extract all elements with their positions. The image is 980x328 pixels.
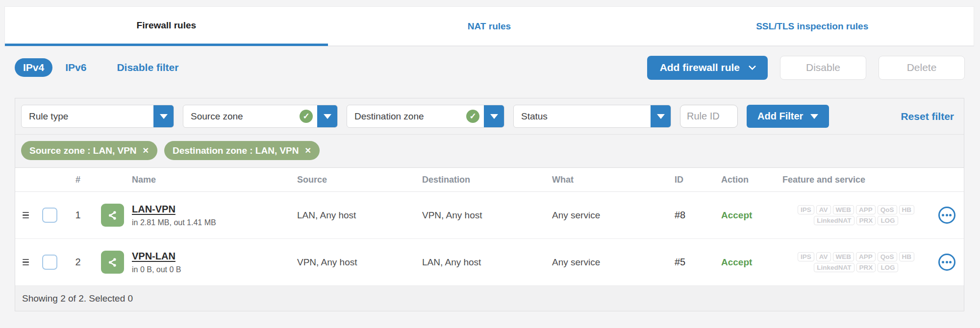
badge-ips: IPS	[798, 205, 814, 214]
badge-web: WEB	[833, 205, 854, 214]
header-action: Action	[721, 175, 782, 185]
feature-badges: IPS AV WEB APP QoS HB LinkedNAT PRX LOG	[782, 205, 930, 225]
close-icon[interactable]: ✕	[143, 146, 149, 155]
rule-id: #5	[675, 257, 721, 268]
disable-button[interactable]: Disable	[780, 56, 866, 80]
rule-what: Any service	[552, 257, 675, 268]
destination-zone-dropdown-label: Destination zone	[347, 111, 466, 122]
share-icon[interactable]	[101, 251, 124, 274]
add-firewall-rule-label: Add firewall rule	[660, 62, 740, 73]
ipv6-toggle[interactable]: IPv6	[65, 62, 86, 73]
triangle-down-icon	[810, 114, 818, 119]
rule-source: VPN, Any host	[297, 257, 422, 268]
rule-traffic: in 0 B, out 0 B	[132, 265, 297, 274]
destination-zone-filter-chip[interactable]: Destination zone : LAN, VPN ✕	[164, 141, 320, 160]
badge-prx: PRX	[856, 216, 876, 225]
rule-name-link[interactable]: VPN-LAN	[132, 251, 297, 262]
check-circle-icon: ✓	[300, 110, 313, 123]
destination-zone-dropdown-button[interactable]	[484, 105, 504, 127]
header-destination: Destination	[422, 175, 552, 185]
badge-log: LOG	[878, 216, 898, 225]
status-dropdown-label: Status	[514, 111, 651, 122]
table-header: # Name Source Destination What ID Action…	[15, 168, 964, 192]
badge-linkednat: LinkedNAT	[814, 263, 854, 272]
header-id: ID	[675, 175, 721, 185]
badge-hb: HB	[899, 252, 915, 261]
rule-what: Any service	[552, 210, 675, 221]
share-icon[interactable]	[101, 204, 124, 227]
tab-ssl-tls-inspection-rules[interactable]: SSL/TLS inspection rules	[651, 7, 974, 46]
header-num: #	[63, 175, 93, 185]
triangle-down-icon	[490, 114, 498, 119]
badge-qos: QoS	[878, 252, 897, 261]
row-number: 1	[63, 210, 93, 221]
rule-source: LAN, Any host	[297, 210, 422, 221]
rule-destination: VPN, Any host	[422, 210, 552, 221]
add-filter-label: Add Filter	[757, 111, 803, 122]
destination-zone-dropdown[interactable]: Destination zone ✓	[347, 105, 504, 128]
delete-button[interactable]: Delete	[879, 56, 965, 80]
rule-name-link[interactable]: LAN-VPN	[132, 204, 297, 215]
chip-label: Destination zone : LAN, VPN	[173, 145, 299, 156]
table-row: 1 LAN-VPN in 2.81 MB, out 1.41 MB LAN, A…	[15, 192, 964, 239]
reset-filter-link[interactable]: Reset filter	[901, 111, 958, 122]
triangle-down-icon	[324, 114, 331, 119]
more-actions-icon[interactable]	[938, 207, 955, 224]
rule-id: #8	[675, 210, 721, 221]
row-number: 2	[63, 257, 93, 268]
ipv4-toggle[interactable]: IPv4	[15, 58, 52, 77]
tab-nat-rules[interactable]: NAT rules	[328, 7, 651, 46]
source-zone-dropdown-label: Source zone	[183, 111, 300, 122]
header-source: Source	[297, 175, 422, 185]
filter-bar: Rule type Source zone ✓ Destination zone…	[15, 98, 964, 135]
header-feature-service: Feature and service	[782, 175, 930, 185]
disable-filter-link[interactable]: Disable filter	[117, 62, 178, 73]
rule-type-dropdown-label: Rule type	[22, 111, 153, 122]
check-circle-icon: ✓	[466, 110, 479, 123]
table-row: 2 VPN-LAN in 0 B, out 0 B VPN, Any host …	[15, 239, 964, 286]
feature-badges: IPS AV WEB APP QoS HB LinkedNAT PRX LOG	[782, 252, 930, 272]
header-what: What	[552, 175, 675, 185]
triangle-down-icon	[657, 114, 665, 119]
triangle-down-icon	[160, 114, 168, 119]
badge-prx: PRX	[856, 263, 876, 272]
tab-firewall-rules[interactable]: Firewall rules	[5, 7, 328, 46]
drag-handle-icon[interactable]	[23, 259, 29, 266]
rule-action: Accept	[721, 210, 782, 221]
status-dropdown[interactable]: Status	[513, 105, 671, 128]
rule-traffic: in 2.81 MB, out 1.41 MB	[132, 218, 297, 227]
badge-log: LOG	[878, 263, 898, 272]
add-firewall-rule-button[interactable]: Add firewall rule	[647, 56, 768, 80]
badge-hb: HB	[899, 205, 915, 214]
badge-av: AV	[816, 205, 831, 214]
more-actions-icon[interactable]	[938, 254, 955, 271]
badge-qos: QoS	[878, 205, 897, 214]
rule-type-dropdown[interactable]: Rule type	[21, 105, 174, 128]
chip-label: Source zone : LAN, VPN	[29, 145, 137, 156]
tab-bar: Firewall rules NAT rules SSL/TLS inspect…	[5, 7, 974, 46]
source-zone-filter-chip[interactable]: Source zone : LAN, VPN ✕	[21, 141, 157, 160]
status-dropdown-button[interactable]	[651, 105, 671, 127]
rule-destination: LAN, Any host	[422, 257, 552, 268]
source-zone-dropdown-button[interactable]	[317, 105, 337, 127]
toolbar: IPv4 IPv6 Disable filter Add firewall ru…	[15, 52, 965, 83]
rule-action: Accept	[721, 257, 782, 268]
add-filter-button[interactable]: Add Filter	[747, 105, 829, 128]
badge-av: AV	[816, 252, 831, 261]
header-name: Name	[132, 175, 297, 185]
active-filter-chips: Source zone : LAN, VPN ✕ Destination zon…	[15, 135, 964, 168]
showing-status-text: Showing 2 of 2. Selected 0	[22, 293, 133, 304]
rule-id-input[interactable]	[680, 105, 738, 128]
row-checkbox[interactable]	[42, 208, 57, 223]
firewall-rules-panel: Rule type Source zone ✓ Destination zone…	[15, 98, 964, 311]
source-zone-dropdown[interactable]: Source zone ✓	[183, 105, 338, 128]
close-icon[interactable]: ✕	[305, 146, 311, 155]
badge-app: APP	[856, 252, 876, 261]
rule-type-dropdown-button[interactable]	[153, 105, 174, 127]
badge-app: APP	[856, 205, 876, 214]
drag-handle-icon[interactable]	[23, 212, 29, 219]
row-checkbox[interactable]	[42, 255, 57, 270]
table-footer: Showing 2 of 2. Selected 0	[15, 286, 964, 311]
badge-ips: IPS	[798, 252, 814, 261]
badge-web: WEB	[833, 252, 854, 261]
